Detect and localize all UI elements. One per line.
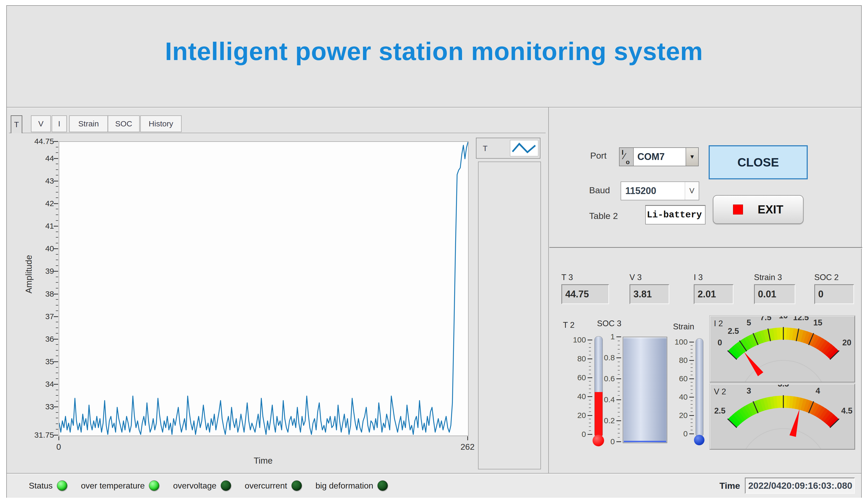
scale-major-tick [617, 379, 621, 379]
scale-minor-tick [618, 412, 620, 413]
y-minor-tick [56, 147, 58, 147]
gauge-hub-arc [741, 429, 825, 450]
numeric-value-t-3: 44.75 [561, 284, 609, 304]
gauge-i2-dial: 02.557.51012.51520 [710, 316, 855, 382]
x-tick [467, 436, 468, 440]
y-minor-tick [56, 355, 58, 356]
scale-minor-tick [589, 385, 591, 385]
y-minor-tick [56, 232, 58, 232]
y-minor-tick [56, 288, 58, 289]
tab-soc[interactable]: SOC [108, 115, 140, 132]
scale-minor-tick [618, 374, 620, 375]
scale-minor-tick [691, 371, 693, 372]
gauge-scale-number: 10 [779, 316, 788, 320]
y-tick-label: 33 [14, 402, 54, 411]
y-minor-tick [56, 282, 58, 283]
scale-minor-tick [691, 430, 693, 430]
scale-minor-tick [618, 395, 620, 396]
series-line-T [59, 142, 468, 434]
status-item-big-deformation: big deformation [316, 481, 388, 491]
y-minor-tick [56, 429, 58, 430]
scale-minor-tick [618, 345, 620, 345]
status-bar: Statusover temperatureovervoltageovercur… [7, 473, 861, 498]
application-window: Intelligent power station monitoring sys… [0, 0, 868, 504]
y-minor-tick [56, 152, 58, 153]
gauge-v2: V 2 2.533.544.5 [710, 384, 855, 450]
main-frame: Intelligent power station monitoring sys… [6, 5, 862, 498]
tank-soc3-label: SOC 3 [597, 319, 621, 328]
y-tick-label: 35 [14, 357, 54, 366]
y-minor-tick [56, 390, 58, 390]
scale-minor-tick [691, 401, 693, 401]
gauge-scale-number: 7.5 [760, 316, 771, 322]
status-item-overvoltage: overvoltage [173, 481, 231, 491]
scale-major-tick [588, 415, 592, 416]
y-major-tick [54, 361, 58, 362]
scale-major-tick [689, 360, 694, 361]
scale-minor-tick [691, 408, 693, 408]
y-tick-label: 41 [14, 222, 54, 231]
scale-minor-tick [691, 349, 693, 350]
status-item-label: overcurrent [245, 481, 287, 491]
tab-t[interactable]: T [11, 115, 22, 133]
scale-minor-tick [691, 345, 693, 346]
gauge-scale-number: 2.5 [728, 326, 739, 336]
status-item-label: big deformation [316, 481, 373, 491]
time-label: Time [720, 481, 740, 491]
gauge-scale-number: 4.5 [841, 406, 852, 415]
tab-history[interactable]: History [140, 115, 182, 132]
y-minor-tick [56, 169, 58, 170]
stop-square-icon [733, 204, 743, 214]
y-tick-label: 44.75 [14, 137, 54, 146]
y-minor-tick [56, 299, 58, 300]
x-axis-title: Time [59, 456, 467, 466]
scale-major-tick [588, 377, 592, 378]
y-axis-ticks [51, 141, 58, 435]
legend-line-style-icon[interactable] [510, 140, 538, 156]
y-minor-tick [56, 198, 58, 198]
scale-number: 80 [670, 356, 688, 365]
table-name-input[interactable]: Li-battery [645, 205, 705, 224]
status-item-label: Status [29, 481, 53, 491]
scale-minor-tick [618, 362, 620, 362]
port-select[interactable]: I ⁄ o COM7 ▼ [619, 147, 699, 166]
scale-minor-tick [618, 425, 620, 425]
exit-button[interactable]: EXIT [713, 195, 804, 224]
scale-major-tick [689, 379, 694, 379]
baud-value[interactable]: 115200 [621, 182, 685, 200]
tab-strain[interactable]: Strain [69, 115, 108, 132]
gauge-scale-number: 20 [842, 338, 851, 347]
tab-v[interactable]: V [31, 115, 51, 132]
scale-minor-tick [589, 343, 591, 344]
table-label: Table 2 [589, 211, 618, 221]
scale-minor-tick [618, 383, 620, 383]
io-icon-slash: ⁄ [624, 151, 625, 161]
scale-number: 60 [670, 374, 688, 383]
time-value: 2022/0420:09:16:03:.080 [745, 477, 855, 494]
scale-minor-tick [589, 407, 591, 408]
status-item-label: overvoltage [173, 481, 216, 491]
y-minor-tick [56, 327, 58, 328]
y-minor-tick [56, 164, 58, 164]
y-minor-tick [56, 395, 58, 396]
close-button[interactable]: CLOSE [709, 145, 808, 179]
tab-i[interactable]: I [52, 115, 67, 132]
y-minor-tick [56, 237, 58, 238]
port-value[interactable]: COM7 [634, 148, 685, 166]
port-dropdown-arrow-icon[interactable]: ▼ [685, 148, 698, 166]
numeric-label-strain-3: Strain 3 [754, 273, 782, 282]
scale-major-tick [617, 399, 621, 400]
chart-legend[interactable]: T [476, 138, 540, 159]
scale-minor-tick [589, 419, 591, 419]
baud-select[interactable]: 115200 ˅ [621, 181, 699, 200]
gauge-scale-number: 15 [813, 318, 822, 327]
scale-minor-tick [618, 404, 620, 404]
gauge-scale-number: 12.5 [793, 316, 809, 322]
scale-major-tick [588, 359, 592, 359]
title-banner: Intelligent power station monitoring sys… [7, 6, 861, 108]
scale-number: 0 [560, 430, 586, 439]
baud-dropdown-arrow-icon[interactable]: ˅ [685, 182, 699, 200]
scale-minor-tick [589, 393, 591, 393]
y-minor-tick [56, 254, 58, 255]
y-minor-tick [56, 401, 58, 402]
